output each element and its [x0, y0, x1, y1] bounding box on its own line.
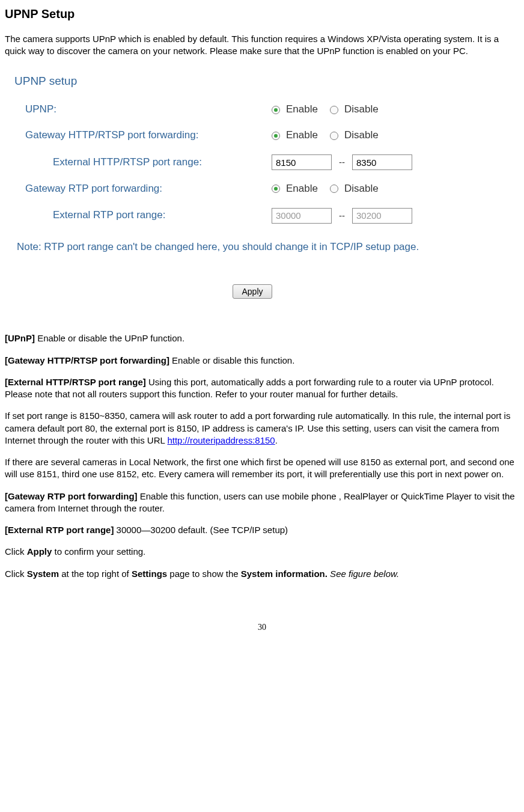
click-apply-para: Click Apply to confirm your setting. — [5, 546, 519, 558]
input-http-from[interactable] — [272, 154, 332, 170]
radio-label-disable: Disable — [344, 129, 379, 142]
label-gateway-http: Gateway HTTP/RTSP port forwarding: — [25, 129, 272, 142]
apply-row: Apply — [11, 284, 494, 299]
def-label-gwhttp: [Gateway HTTP/RTSP port forwarding] — [5, 355, 169, 365]
row-gateway-http: Gateway HTTP/RTSP port forwarding: Enabl… — [11, 129, 494, 142]
click-apply-bold: Apply — [27, 546, 52, 557]
click-system-bold2: Settings — [132, 569, 167, 579]
def-text-upnp: Enable or disable the UPnP function. — [35, 333, 184, 343]
click-apply-3: to confirm your setting. — [52, 546, 145, 557]
click-system-bold1: System — [27, 569, 59, 579]
input-rtp-to — [352, 208, 412, 224]
sep-http: -- — [337, 156, 347, 168]
label-ext-http: External HTTP/RTSP port range: — [53, 156, 272, 169]
def-label-exthttp: [External HTTP/RTSP port range] — [5, 377, 146, 387]
sep-rtp: -- — [337, 210, 347, 222]
radio-gwhttp-enable[interactable] — [272, 132, 280, 140]
label-ext-rtp: External RTP port range: — [53, 209, 272, 222]
row-upnp: UPNP: Enable Disable — [11, 103, 494, 117]
radio-label-disable: Disable — [344, 103, 379, 117]
apply-button[interactable]: Apply — [233, 284, 272, 299]
radio-gwrtp-disable[interactable] — [330, 185, 338, 193]
intro-paragraph: The camera supports UPnP which is enable… — [5, 33, 519, 58]
def-gwrtp: [Gateway RTP port forwarding] Enable thi… — [5, 490, 519, 515]
def-exthttp: [External HTTP/RTSP port range] Using th… — [5, 376, 519, 401]
def-text-exthttp2b: . — [275, 435, 278, 445]
click-system-bold3: System information. — [241, 569, 328, 579]
def-label-gwrtp: [Gateway RTP port forwarding] — [5, 491, 138, 501]
label-gateway-rtp: Gateway RTP port forwarding: — [25, 182, 272, 196]
input-http-to[interactable] — [352, 154, 412, 170]
port-inputs-http: -- — [272, 154, 412, 170]
click-system-para: Click System at the top right of Setting… — [5, 568, 519, 580]
router-url-link[interactable]: http://routeripaddress:8150 — [167, 435, 275, 445]
upnp-setup-screenshot: UPNP setup UPNP: Enable Disable Gateway … — [5, 67, 500, 309]
def-gwhttp: [Gateway HTTP/RTSP port forwarding] Enab… — [5, 355, 519, 367]
def-upnp: [UPnP] Enable or disable the UPnP functi… — [5, 332, 519, 344]
setup-heading: UPNP setup — [11, 73, 494, 89]
def-text-extrtp: 30000—30200 default. (See TCP/IP setup) — [114, 525, 288, 535]
def-label-upnp: [UPnP] — [5, 333, 35, 343]
radio-group-upnp: Enable Disable — [272, 103, 387, 117]
def-extrtp: [External RTP port range] 30000—30200 de… — [5, 524, 519, 536]
def-label-extrtp: [External RTP port range] — [5, 525, 114, 535]
row-ext-rtp: External RTP port range: -- — [11, 208, 494, 224]
click-system-italic: See figure below. — [328, 569, 399, 579]
page-title: UPNP Setup — [5, 6, 519, 22]
radio-gwhttp-disable[interactable] — [330, 132, 338, 140]
radio-label-enable: Enable — [286, 129, 318, 142]
radio-group-gateway-rtp: Enable Disable — [272, 182, 387, 196]
page-number: 30 — [5, 622, 519, 633]
radio-group-gateway-http: Enable Disable — [272, 129, 387, 142]
row-ext-http: External HTTP/RTSP port range: -- — [11, 154, 494, 170]
port-inputs-rtp: -- — [272, 208, 412, 224]
note-text: Note: RTP port range can't be changed he… — [11, 236, 494, 255]
radio-label-enable: Enable — [286, 103, 318, 117]
radio-label-disable: Disable — [344, 182, 379, 196]
radio-gwrtp-enable[interactable] — [272, 185, 280, 193]
input-rtp-from — [272, 208, 332, 224]
label-upnp: UPNP: — [25, 103, 272, 117]
click-system-5: page to show the — [167, 569, 241, 579]
click-system-1: Click — [5, 569, 27, 579]
def-exthttp-3: If there are several cameras in Local Ne… — [5, 456, 519, 481]
radio-upnp-disable[interactable] — [330, 106, 338, 114]
click-system-3: at the top right of — [59, 569, 132, 579]
click-apply-1: Click — [5, 546, 27, 557]
def-exthttp-2: If set port range is 8150~8350, camera w… — [5, 410, 519, 447]
def-text-gwhttp: Enable or disable this function. — [169, 355, 294, 365]
radio-upnp-enable[interactable] — [272, 106, 280, 114]
radio-label-enable: Enable — [286, 182, 318, 196]
row-gateway-rtp: Gateway RTP port forwarding: Enable Disa… — [11, 182, 494, 196]
